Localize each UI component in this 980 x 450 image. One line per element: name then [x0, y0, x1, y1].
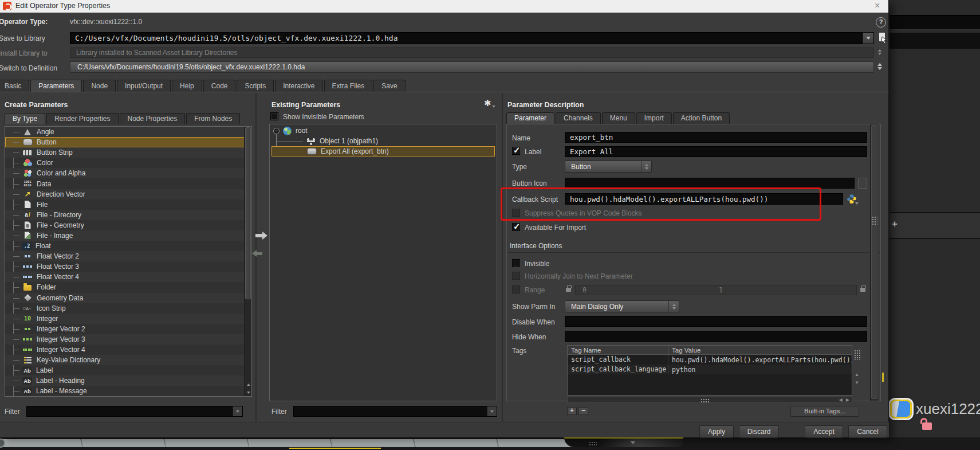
scrollbar-thumb[interactable] — [245, 127, 251, 299]
existing-filter-input[interactable] — [293, 406, 497, 417]
scrollbar-grip-icon[interactable] — [700, 398, 710, 402]
main-tab[interactable]: Input/Output — [117, 80, 171, 92]
invisible-checkbox[interactable] — [512, 259, 520, 267]
tag-row[interactable]: script_callback hou.pwd().hdaModel().exp… — [568, 355, 852, 365]
create-parameters-tab[interactable]: By Type — [5, 113, 45, 124]
dropdown-arrow-icon[interactable] — [863, 33, 873, 44]
gear-menu-icon[interactable]: ✱ — [484, 98, 491, 108]
type-filter-input[interactable] — [26, 406, 243, 417]
create-parameters-tab[interactable]: Node Properties — [120, 113, 186, 124]
parameter-type-row[interactable]: Integer Vector 4 — [5, 345, 251, 355]
tree-item[interactable]: Export All (export_btn) — [271, 146, 495, 156]
parameter-type-row[interactable]: Float — [5, 241, 251, 251]
parameter-type-row[interactable]: Float Vector 2 — [5, 251, 251, 261]
label-checkbox[interactable] — [512, 147, 520, 155]
main-tab[interactable]: Basic — [0, 80, 29, 92]
tree-item[interactable]: root — [270, 126, 497, 136]
lock-icon[interactable] — [566, 288, 571, 292]
dialog-button[interactable]: Discard — [739, 425, 779, 438]
scroll-left-icon[interactable]: ◀ — [839, 398, 843, 402]
dialog-button[interactable]: Apply — [699, 425, 734, 438]
parameter-type-row[interactable]: File — [5, 199, 251, 210]
parameter-type-row[interactable]: File - Directory — [5, 210, 251, 220]
main-tab[interactable]: Code — [203, 80, 236, 92]
parameter-type-row[interactable]: Geometry Data — [5, 293, 251, 303]
new-tab-button[interactable]: + — [892, 219, 898, 229]
scrollbar-grip-icon[interactable] — [872, 216, 877, 225]
parameter-type-row[interactable]: File - Image — [5, 230, 251, 241]
parameter-type-row[interactable]: Icon Strip — [5, 303, 251, 314]
spinner-icon[interactable] — [876, 48, 883, 57]
move-left-arrow-icon[interactable] — [257, 252, 262, 255]
parameter-type-row[interactable]: Direction Vector — [5, 189, 251, 199]
switch-to-definition-select[interactable]: C:/Users/vfx/Documents/houdini19.5/otls/… — [70, 61, 874, 73]
parameter-type-row[interactable]: Float Vector 4 — [5, 272, 251, 282]
main-tab[interactable]: Save — [373, 80, 405, 92]
hide-when-input[interactable] — [565, 331, 867, 342]
icon-browse-button[interactable] — [858, 178, 867, 189]
disable-when-input[interactable] — [565, 316, 867, 327]
tag-row[interactable]: script_callback_language python — [568, 365, 852, 374]
parameter-type-row[interactable]: Folder — [5, 282, 251, 292]
remove-tag-button[interactable]: − — [578, 407, 588, 415]
lock-icon[interactable] — [860, 288, 865, 292]
parameter-type-row[interactable]: Color and Alpha — [5, 168, 251, 178]
parameter-type-row[interactable]: Float Vector 3 — [5, 261, 251, 272]
scroll-up-icon[interactable] — [245, 381, 252, 388]
callback-script-input[interactable]: hou.pwd().hdaModel().exportALLParts(hou.… — [565, 193, 843, 205]
file-chooser-button[interactable] — [877, 32, 888, 44]
move-right-arrow-icon[interactable] — [255, 234, 262, 237]
python-menu-caret-icon[interactable] — [855, 202, 859, 205]
parameter-type-row[interactable]: Label - Heading — [5, 375, 251, 386]
parameter-type-row[interactable]: Color — [5, 158, 251, 168]
main-tab[interactable]: Parameters — [30, 80, 82, 92]
collapse-toggle-icon[interactable] — [273, 128, 280, 134]
scrollbar-thumb[interactable] — [871, 125, 877, 399]
parameter-type-row[interactable]: Angle — [5, 127, 251, 137]
dialog-button[interactable]: Cancel — [848, 425, 887, 438]
parameter-type-row[interactable]: Label - Message — [5, 386, 251, 396]
parameter-type-row[interactable]: Button — [5, 137, 251, 147]
scrollbar[interactable] — [244, 127, 251, 396]
show-parm-in-select[interactable]: Main Dialog Only — [565, 300, 679, 312]
main-tab[interactable]: Help — [172, 80, 202, 92]
parameter-description-tab[interactable]: Parameter — [506, 112, 554, 124]
show-invisible-checkbox[interactable] — [270, 112, 278, 120]
main-tab[interactable]: Node — [83, 80, 116, 92]
dialog-button[interactable]: Accept — [805, 425, 843, 438]
parameter-type-row[interactable]: Data — [5, 178, 251, 189]
scroll-down-icon[interactable]: ▼ — [855, 381, 859, 385]
parameter-type-row[interactable]: Label — [5, 365, 251, 375]
button-icon-input[interactable] — [565, 178, 855, 189]
tags-horizontal-scrollbar[interactable]: ◀ ▶ — [567, 397, 852, 403]
type-select[interactable]: Button — [565, 161, 652, 173]
scroll-down-icon[interactable] — [245, 389, 252, 396]
network-node[interactable] — [890, 400, 912, 418]
label-input[interactable]: Export All — [565, 146, 867, 157]
tree-item[interactable]: Object 1 (objpath1) — [270, 136, 497, 146]
parameter-type-row[interactable]: Button Strip — [5, 147, 251, 158]
parameter-type-row[interactable]: Integer Vector 2 — [5, 324, 251, 334]
parameter-type-row[interactable]: File - Geometry — [5, 220, 251, 230]
scrollbar[interactable] — [870, 124, 878, 401]
main-tab[interactable]: Scripts — [237, 80, 274, 92]
main-tab[interactable]: Extra Files — [324, 80, 373, 92]
builtin-tags-button[interactable]: Built-in Tags... — [790, 406, 859, 417]
parameter-description-tab[interactable]: Menu — [602, 112, 635, 124]
parameter-description-tab[interactable]: Channels — [556, 112, 601, 124]
name-input[interactable]: export_btn — [565, 132, 867, 143]
combo-arrow-icon[interactable] — [233, 406, 242, 416]
combo-arrow-icon[interactable] — [487, 406, 497, 416]
dialog-titlebar[interactable]: Edit Operator Type Properties × — [0, 0, 888, 13]
close-button[interactable]: × — [875, 1, 880, 11]
create-parameters-tab[interactable]: Render Properties — [46, 113, 118, 124]
parameter-type-row[interactable]: Integer Vector 3 — [5, 334, 251, 345]
scroll-up-icon[interactable]: ▲ — [855, 373, 859, 377]
parameter-description-tab[interactable]: Import — [636, 112, 672, 124]
create-parameters-tab[interactable]: From Nodes — [186, 113, 240, 124]
scroll-right-icon[interactable]: ▶ — [846, 398, 849, 402]
parameter-description-tab[interactable]: Action Button — [673, 112, 730, 124]
table-resize-grip-icon[interactable] — [854, 350, 861, 360]
save-to-library-input[interactable]: C:/Users/vfx/Documents/houdini19.5/otls/… — [70, 32, 874, 44]
add-tag-button[interactable]: + — [567, 407, 577, 415]
